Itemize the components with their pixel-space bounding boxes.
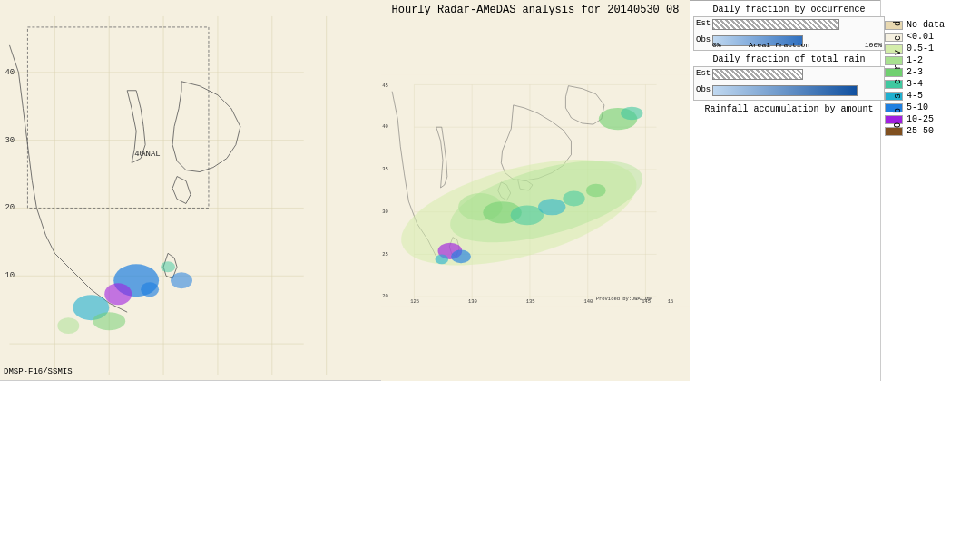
svg-text:Provided by:JWA/JMA: Provided by:JWA/JMA	[596, 296, 653, 302]
svg-point-60	[586, 184, 606, 198]
legend-label-1-2: 1-2	[906, 55, 923, 65]
bottom-left-charts: Daily fraction by occurrence Est. Obs. 0…	[690, 1, 889, 174]
left-map-bottom-label: DMSP-F16/SSMIS	[4, 367, 73, 376]
right-map: Hourly Radar-AMeDAS analysis for 2014053…	[381, 0, 690, 381]
svg-text:10: 10	[5, 271, 15, 280]
svg-point-58	[538, 199, 565, 215]
svg-point-62	[451, 250, 471, 264]
svg-text:125: 125	[410, 298, 419, 305]
legend-label-4-5: 4-5	[906, 91, 923, 101]
svg-text:20: 20	[5, 203, 15, 212]
svg-text:45: 45	[382, 83, 388, 89]
legend-label-nodata: No data	[906, 20, 945, 30]
axis-0-label: 0%	[712, 41, 721, 49]
areal-fraction-label: Areal fraction	[749, 41, 809, 49]
daily-rain-title: Daily fraction of total rain	[693, 54, 885, 64]
svg-text:25: 25	[382, 251, 388, 258]
svg-point-25	[93, 312, 125, 330]
svg-rect-0	[1, 0, 381, 380]
daily-occurrence-title: Daily fraction by occurrence	[693, 5, 885, 15]
legend-label-lt001: <0.01	[906, 32, 934, 42]
svg-text:135: 135	[526, 298, 535, 305]
legend-label-05-1: 0.5-1	[906, 44, 934, 54]
svg-text:30: 30	[5, 136, 15, 145]
svg-text:130: 130	[468, 298, 477, 305]
legend-label-10-25: 10-25	[906, 114, 934, 124]
legend-label-25-50: 25-50	[906, 126, 934, 136]
legend-label-3-4: 3-4	[906, 79, 923, 89]
svg-text:20: 20	[382, 293, 388, 299]
svg-point-59	[563, 191, 584, 207]
svg-text:140: 140	[583, 298, 593, 305]
svg-text:40: 40	[5, 68, 15, 77]
svg-text:40: 40	[382, 123, 388, 130]
right-map-title: Hourly Radar-AMeDAS analysis for 2014053…	[381, 2, 690, 18]
observed-axis-label: O b s e r v e d	[893, 19, 903, 128]
svg-point-20	[104, 283, 132, 305]
legend-label-2-3: 2-3	[906, 67, 923, 77]
right-map-svg: 45 40 35 30 25 20 125 130 135 140 145 15	[381, 0, 690, 381]
svg-point-26	[57, 317, 79, 334]
axis-100-right: 100%	[865, 41, 882, 49]
svg-point-23	[161, 261, 175, 272]
rainfall-accumulation-title: Rainfall accumulation by amount	[693, 104, 885, 114]
svg-text:15: 15	[668, 298, 674, 305]
left-map: GSMAP_MWR_1HR estimates for 20140530 08 …	[0, 0, 381, 381]
svg-text:30: 30	[382, 209, 388, 215]
svg-point-21	[141, 282, 159, 297]
svg-point-54	[621, 107, 642, 121]
svg-point-63	[436, 254, 449, 264]
svg-text:35: 35	[382, 166, 388, 172]
left-map-svg: 40 30 20 10 40: ANAL	[0, 0, 381, 380]
legend-label-5-10: 5-10	[906, 102, 928, 112]
main-container: GSMAP_MWR_1HR estimates for 20140530 08 …	[0, 0, 980, 555]
svg-point-24	[171, 272, 192, 288]
